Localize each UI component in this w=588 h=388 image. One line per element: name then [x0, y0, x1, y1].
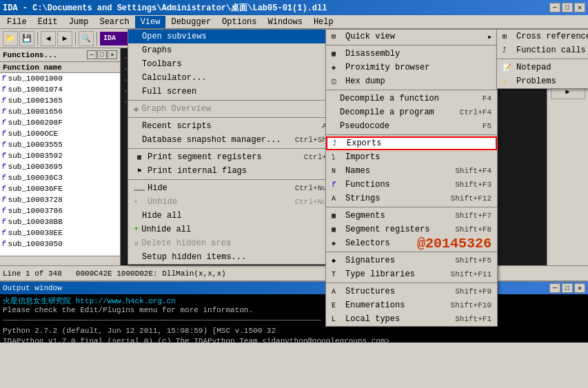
menu-edit[interactable]: Edit [32, 16, 63, 28]
list-item[interactable]: fsub_10001656 [0, 106, 120, 117]
output-title-text: Output window [3, 284, 62, 292]
list-item[interactable]: fsub_10001365 [0, 95, 120, 106]
list-item[interactable]: fsub_10003050 [0, 238, 120, 249]
panel-scrollbar[interactable] [0, 256, 120, 265]
menu-options[interactable]: Options [216, 16, 262, 28]
menu-jump[interactable]: Jump [63, 16, 94, 28]
status-bar: Line 1 of 348 0000C42E 1000D02E: DllMain… [0, 265, 588, 280]
menu-help[interactable]: Help [308, 16, 339, 28]
output-line: Python 2.7.2 (default, Jun 12 2011, 15:0… [3, 327, 585, 337]
menu-hide[interactable]: Hide Ctrl+Numpad- [128, 181, 355, 195]
panel-close-btn[interactable]: ✕ [108, 50, 117, 59]
menu-view[interactable]: View [135, 16, 166, 28]
close-button[interactable]: ✕ [574, 3, 585, 12]
print-seg-label: Print segment registers [148, 152, 262, 162]
status-text: Line 1 of 348 [3, 269, 62, 278]
menu-db-snapshot[interactable]: Database snapshot manager... Ctrl+Shift+… [128, 133, 355, 147]
hide-all-label: Hide all [142, 211, 182, 221]
sep-3 [128, 148, 355, 149]
menu-file[interactable]: File [1, 16, 32, 28]
list-item[interactable]: fsub_100038BB [0, 216, 120, 227]
list-item[interactable]: fsub_10001000 [0, 73, 120, 84]
output-content: 火星信息女生研究院 http://www.h4ck.org.cn Please … [0, 294, 588, 343]
menu-windows[interactable]: Windows [263, 16, 308, 28]
toolbars-label: Toolbars [142, 59, 182, 69]
menu-hide-all[interactable]: Hide all [128, 209, 355, 223]
hide-label: Hide [148, 183, 168, 193]
output-line: 火星信息女生研究院 http://www.h4ck.org.cn [3, 296, 585, 306]
graph-overview-label: Graph Overview [141, 104, 211, 114]
search-button[interactable]: 🔍 [79, 31, 94, 46]
output-minimize[interactable]: ─ [549, 283, 560, 293]
right-panel: ⊞ ◀ ▶ [547, 48, 588, 265]
menu-graphs[interactable]: Graphs [128, 43, 355, 57]
menu-print-seg-regs[interactable]: ▦ Print segment registers Ctrl+Space [128, 150, 355, 164]
setup-hidden-label: Setup hidden items... [142, 252, 246, 262]
delete-hidden-label: Delete hidden area [141, 238, 231, 248]
title-bar-buttons: ─ □ ✕ [549, 3, 585, 12]
list-item[interactable]: fsub_10001074 [0, 84, 120, 95]
print-flags-shortcut: F [345, 167, 349, 175]
list-item[interactable]: fsub_100038EE [0, 227, 120, 238]
menu-unhide[interactable]: + Unhide Ctrl+Numpad+ [128, 195, 355, 209]
output-line: ────────────────────────────────────────… [3, 316, 585, 327]
output-line: Please check the Edit/Plugins menu for m… [3, 306, 585, 316]
unhide-label: Unhide [148, 197, 177, 207]
output-window: Output window ─ □ ✕ 火星信息女生研究院 http://www… [0, 280, 588, 343]
list-item[interactable]: fsub_1000208F [0, 117, 120, 128]
recent-scripts-shortcut: Alt+F9 [322, 122, 349, 130]
right-btn-2[interactable]: ◀ [551, 68, 585, 83]
print-flags-icon: ⚑ [134, 167, 145, 175]
fullscreen-label: Full screen [142, 87, 196, 96]
view-menu-dropdown[interactable]: Open subviews Graphs Toolbars Calculator… [128, 29, 356, 265]
menu-delete-hidden[interactable]: ✕ Delete hidden area [128, 236, 355, 250]
output-restore[interactable]: □ [562, 283, 573, 293]
delete-hidden-icon: ✕ [134, 238, 139, 249]
graph-overview-icon: ◆ [134, 104, 139, 114]
menu-recent-scripts[interactable]: Recent scripts Alt+F9 [128, 119, 355, 133]
functions-panel-title: Functions... [3, 51, 57, 59]
panel-minimize-btn[interactable]: ─ [87, 50, 97, 59]
menu-unhide-all[interactable]: + Unhide all [128, 223, 355, 236]
list-item[interactable]: fsub_1000OCE [0, 128, 120, 139]
list-item[interactable]: fsub_10003695 [0, 161, 120, 172]
menu-setup-hidden[interactable]: Setup hidden items... [128, 250, 355, 264]
menu-print-flags[interactable]: ⚑ Print internal flags F [128, 164, 355, 178]
output-close[interactable]: ✕ [574, 283, 585, 293]
list-item[interactable]: fsub_10003555 [0, 139, 120, 150]
calculator-shortcut: ? [345, 74, 349, 82]
functions-panel: Functions... ─ □ ✕ Function name fsub_10… [0, 48, 121, 265]
db-snapshot-shortcut: Ctrl+Shift+T [295, 136, 349, 144]
menu-calculator[interactable]: Calculator... ? [128, 71, 355, 85]
back-button[interactable]: ◀ [41, 31, 56, 46]
right-btn-3[interactable]: ▶ [551, 84, 585, 99]
open-button[interactable]: 📁 [3, 31, 18, 46]
list-item[interactable]: fsub_10003786 [0, 205, 120, 216]
toolbar-sep-3 [97, 32, 97, 45]
save-button[interactable]: 💾 [19, 31, 34, 46]
forward-button[interactable]: ▶ [57, 31, 72, 46]
sep-2 [128, 117, 355, 118]
menu-open-subviews[interactable]: Open subviews [128, 30, 355, 43]
menu-fullscreen[interactable]: Full screen [128, 85, 355, 99]
print-seg-shortcut: Ctrl+Space [304, 153, 349, 161]
list-item[interactable]: fsub_10003728 [0, 194, 120, 205]
title-text: IDA - C:\Documents and Settings\Administ… [3, 2, 327, 14]
panel-restore-btn[interactable]: □ [97, 50, 107, 59]
function-col-header: Function name [0, 62, 120, 73]
menu-toolbars[interactable]: Toolbars [128, 57, 355, 71]
toolbar-sep-2 [75, 32, 76, 45]
function-list[interactable]: fsub_10001000 fsub_10001074 fsub_1000136… [0, 73, 120, 256]
menu-debugger[interactable]: Debugger [165, 16, 216, 28]
menu-search[interactable]: Search [94, 16, 134, 28]
list-item[interactable]: fsub_10003592 [0, 150, 120, 161]
minimize-button[interactable]: ─ [549, 3, 560, 12]
list-item[interactable]: fsub_100036FE [0, 183, 120, 194]
restore-button[interactable]: □ [562, 3, 573, 12]
open-subviews-label: Open subviews [142, 32, 207, 41]
menu-bar: File Edit Jump Search View Debugger Opti… [0, 15, 588, 29]
right-btn-1[interactable]: ⊞ [551, 51, 585, 66]
list-item[interactable]: fsub_100036C3 [0, 172, 120, 183]
menu-graph-overview[interactable]: ◆ Graph Overview [128, 102, 355, 116]
unhide-icon: + [134, 198, 145, 206]
